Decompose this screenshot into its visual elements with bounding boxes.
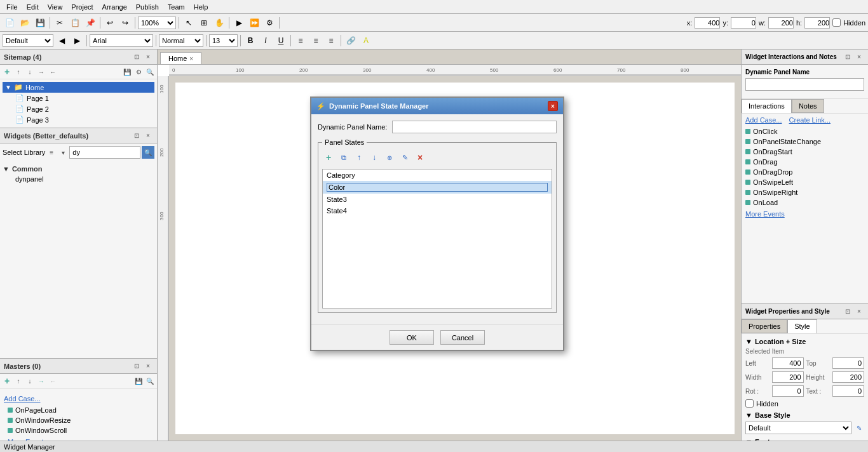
dialog-body: Dynamic Panel Name: Panel States + ⧉ ↑ ↓… [311,114,563,324]
cancel-button[interactable]: Cancel [440,330,485,345]
name-row: Dynamic Panel Name: [318,121,557,133]
state-color-input[interactable] [327,183,548,192]
states-dup-btn[interactable]: ⊕ [383,151,396,164]
name-label: Dynamic Panel Name: [318,123,387,131]
name-input[interactable] [392,121,557,133]
dynamic-panel-dialog: ⚡ Dynamic Panel State Manager × Dynamic … [310,96,564,351]
dialog-title-text: Dynamic Panel State Manager [329,102,429,110]
dialog-title: ⚡ Dynamic Panel State Manager [316,102,429,110]
panel-states-legend: Panel States [322,138,367,146]
dialog-close-btn[interactable]: × [548,101,558,111]
state-color[interactable] [323,181,552,194]
state-state4[interactable]: State4 [323,205,552,216]
state-state3[interactable]: State3 [323,194,552,205]
states-toolbar: + ⧉ ↑ ↓ ⊕ ✎ × [322,150,552,165]
state-category[interactable]: Category [323,170,552,181]
dialog-icon: ⚡ [316,102,325,110]
states-list: Category State3 State4 [322,169,552,309]
ok-button[interactable]: OK [390,330,434,345]
dialog-titlebar: ⚡ Dynamic Panel State Manager × [311,98,563,114]
dialog-overlay: ⚡ Dynamic Panel State Manager × Dynamic … [0,0,868,452]
states-down-btn[interactable]: ↓ [368,151,381,164]
panel-states-fieldset: Panel States + ⧉ ↑ ↓ ⊕ ✎ × Category Stat… [318,138,557,313]
states-del-btn[interactable]: × [414,151,426,164]
states-add-btn[interactable]: + [322,151,335,164]
dialog-footer: OK Cancel [311,324,563,350]
states-copy-btn[interactable]: ⧉ [337,151,350,164]
states-up-btn[interactable]: ↑ [353,151,365,164]
states-edit-btn[interactable]: ✎ [398,151,411,164]
